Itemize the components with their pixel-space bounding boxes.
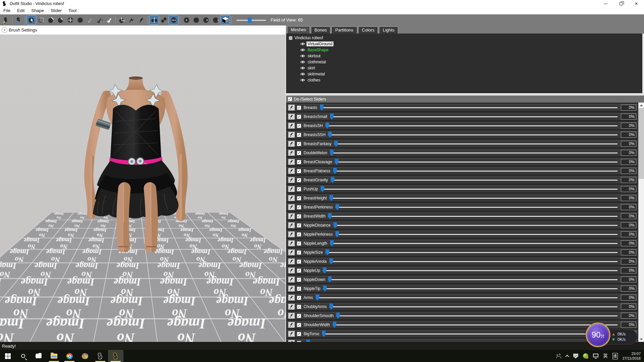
- fov-slider-handle[interactable]: [248, 17, 252, 23]
- slider-checkbox[interactable]: ✓: [297, 133, 301, 137]
- slider-track[interactable]: [333, 222, 618, 229]
- slider-handle[interactable]: [328, 277, 332, 283]
- slider-handle[interactable]: [323, 267, 326, 274]
- view-back-button[interactable]: [192, 15, 201, 24]
- slider-edit-button[interactable]: [288, 132, 295, 138]
- tab-meshes[interactable]: Meshes: [287, 26, 310, 34]
- weight-brush-button[interactable]: [85, 15, 94, 24]
- deselect-sliders-checkbox[interactable]: ✓: [288, 97, 292, 101]
- slider-edit-button[interactable]: [288, 204, 295, 210]
- slider-checkbox[interactable]: ✓: [297, 287, 301, 291]
- slider-track[interactable]: [331, 176, 618, 184]
- inflate-brush-button[interactable]: [46, 15, 55, 24]
- outfit-studio-taskbar-button[interactable]: [108, 350, 123, 362]
- slider-track[interactable]: [328, 276, 618, 283]
- new-project-button[interactable]: [1, 15, 10, 24]
- slider-track[interactable]: [322, 330, 618, 338]
- view-front-button[interactable]: [182, 15, 191, 24]
- slider-value[interactable]: 0%: [621, 177, 636, 183]
- slider-handle[interactable]: [325, 249, 329, 255]
- tree-item-skitrmetal[interactable]: skitrmetal: [300, 71, 642, 77]
- slider-handle[interactable]: [321, 186, 324, 192]
- visibility-eye-icon[interactable]: [300, 54, 306, 58]
- slider-track[interactable]: [306, 339, 618, 342]
- slider-value[interactable]: 0%: [621, 222, 636, 228]
- slider-edit-button[interactable]: [288, 168, 295, 174]
- slider-edit-button[interactable]: [288, 105, 295, 111]
- slider-handle[interactable]: [335, 204, 339, 210]
- slider-value[interactable]: 0%: [621, 114, 636, 120]
- slider-checkbox[interactable]: ✓: [297, 115, 301, 119]
- slider-value[interactable]: 0%: [621, 141, 636, 147]
- slider-handle[interactable]: [320, 105, 324, 111]
- transform-tool-button[interactable]: [117, 15, 126, 24]
- restore-button[interactable]: [613, 0, 629, 7]
- slider-track[interactable]: [329, 194, 618, 202]
- slider-handle[interactable]: [333, 222, 337, 228]
- close-button[interactable]: ✕: [629, 0, 644, 7]
- bodyslide-button[interactable]: [93, 350, 108, 362]
- tab-partitions[interactable]: Partitions: [331, 26, 357, 34]
- menu-shape[interactable]: Shape: [28, 7, 47, 14]
- slider-edit-button[interactable]: [288, 195, 295, 201]
- minimize-button[interactable]: [598, 0, 613, 7]
- tree-item-clothes[interactable]: clothes: [300, 77, 642, 83]
- slider-track[interactable]: [320, 104, 618, 111]
- tree-item-BaseShape[interactable]: BaseShape: [300, 47, 642, 53]
- slider-handle[interactable]: [330, 150, 334, 156]
- visibility-eye-icon[interactable]: [300, 60, 306, 64]
- slider-handle[interactable]: [333, 168, 337, 174]
- slider-value[interactable]: 0%: [621, 159, 636, 165]
- slider-handle[interactable]: [333, 322, 336, 328]
- slider-handle[interactable]: [329, 258, 333, 264]
- slider-handle[interactable]: [335, 159, 338, 165]
- tree-item-clothmetal[interactable]: clothmetal: [300, 59, 642, 65]
- slider-track[interactable]: [325, 249, 618, 256]
- connected-only-button[interactable]: [159, 15, 168, 24]
- slider-track[interactable]: [323, 267, 618, 274]
- slider-edit-button[interactable]: [288, 331, 295, 337]
- taskbar-app-button[interactable]: [31, 350, 46, 362]
- search-button[interactable]: [15, 350, 31, 362]
- slider-checkbox[interactable]: ✓: [297, 160, 301, 164]
- visibility-eye-icon[interactable]: [300, 66, 306, 70]
- deflate-brush-button[interactable]: [56, 15, 65, 24]
- slider-handle[interactable]: [329, 195, 333, 201]
- menu-file[interactable]: File: [0, 7, 14, 14]
- sliders-scrollbar[interactable]: [638, 103, 644, 342]
- tree-item-skirtout[interactable]: skirtout: [300, 53, 642, 59]
- slider-handle[interactable]: [322, 331, 326, 337]
- horizontal-splitter[interactable]: [286, 93, 644, 96]
- slider-handle[interactable]: [334, 141, 338, 147]
- slider-checkbox[interactable]: ✓: [297, 232, 301, 237]
- view-right-button[interactable]: [211, 15, 220, 24]
- slider-edit-button[interactable]: [288, 114, 295, 120]
- slider-handle[interactable]: [331, 177, 334, 183]
- global-collision-button[interactable]: [169, 15, 178, 24]
- slider-checkbox[interactable]: ✓: [297, 259, 301, 264]
- slider-value[interactable]: 0%: [621, 240, 636, 246]
- slider-handle[interactable]: [330, 240, 334, 246]
- slider-edit-button[interactable]: [288, 295, 295, 301]
- slider-checkbox[interactable]: ✓: [297, 196, 301, 200]
- slider-value[interactable]: 0%: [621, 213, 636, 219]
- slider-checkbox[interactable]: ✓: [297, 268, 301, 273]
- ime-indicator[interactable]: 英: [603, 353, 608, 359]
- slider-track[interactable]: [329, 303, 618, 310]
- slider-handle[interactable]: [336, 313, 340, 319]
- slider-handle[interactable]: [328, 213, 332, 219]
- slider-handle[interactable]: [316, 295, 319, 301]
- start-button[interactable]: [0, 350, 15, 362]
- slider-track[interactable]: [328, 131, 618, 138]
- slider-edit-button[interactable]: [288, 213, 295, 219]
- tree-item-skirt[interactable]: skirt: [300, 65, 642, 71]
- slider-checkbox[interactable]: ✓: [297, 250, 301, 255]
- vertex-edit-button[interactable]: [137, 15, 146, 24]
- slider-value[interactable]: 0%: [621, 132, 636, 138]
- slider-value[interactable]: 0%: [621, 195, 636, 201]
- slider-value[interactable]: 0%: [621, 150, 636, 156]
- slider-edit-button[interactable]: [288, 186, 295, 192]
- smooth-brush-button[interactable]: [75, 15, 85, 24]
- slider-edit-button[interactable]: [288, 240, 295, 246]
- slider-edit-button[interactable]: [288, 177, 295, 183]
